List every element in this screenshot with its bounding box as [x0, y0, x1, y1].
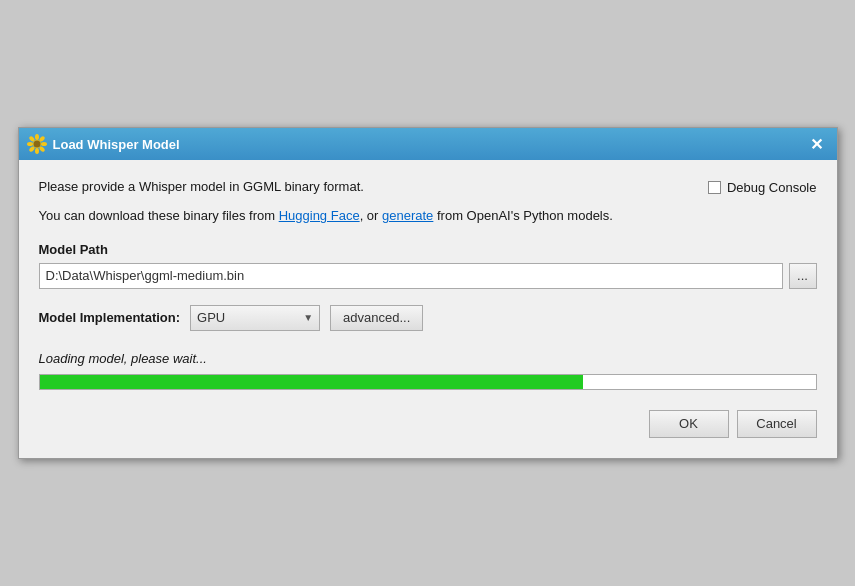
description-text: Please provide a Whisper model in GGML b…: [39, 178, 364, 196]
button-row: OK Cancel: [39, 410, 817, 442]
advanced-button[interactable]: advanced...: [330, 305, 423, 331]
impl-label: Model Implementation:: [39, 310, 181, 325]
status-text: Loading model, please wait...: [39, 351, 817, 366]
svg-point-3: [27, 142, 33, 146]
app-icon: [27, 134, 47, 154]
debug-console-label: Debug Console: [727, 180, 817, 195]
path-row: ...: [39, 263, 817, 289]
svg-point-9: [33, 141, 40, 148]
generate-link[interactable]: generate: [382, 208, 433, 223]
progress-bar-container: [39, 374, 817, 390]
impl-dropdown[interactable]: GPU ▼: [190, 305, 320, 331]
close-button[interactable]: ✕: [805, 132, 829, 156]
impl-row: Model Implementation: GPU ▼ advanced...: [39, 305, 817, 331]
dialog-window: Load Whisper Model ✕ Please provide a Wh…: [18, 127, 838, 459]
dialog-body: Please provide a Whisper model in GGML b…: [19, 160, 837, 458]
svg-point-1: [35, 134, 39, 140]
model-path-input[interactable]: [39, 263, 783, 289]
model-path-label: Model Path: [39, 242, 817, 257]
ok-button[interactable]: OK: [649, 410, 729, 438]
debug-console-checkbox[interactable]: [708, 181, 721, 194]
download-separator: , or: [360, 208, 382, 223]
description-row: Please provide a Whisper model in GGML b…: [39, 178, 817, 196]
dropdown-arrow-icon: ▼: [303, 312, 313, 323]
progress-bar-fill: [40, 375, 583, 389]
hugging-face-link[interactable]: Hugging Face: [279, 208, 360, 223]
download-prefix: You can download these binary files from: [39, 208, 279, 223]
download-info: You can download these binary files from…: [39, 206, 817, 226]
debug-console-group: Debug Console: [708, 178, 817, 195]
browse-button[interactable]: ...: [789, 263, 817, 289]
title-bar: Load Whisper Model ✕: [19, 128, 837, 160]
dialog-title: Load Whisper Model: [53, 137, 805, 152]
download-suffix: from OpenAI's Python models.: [433, 208, 613, 223]
cancel-button[interactable]: Cancel: [737, 410, 817, 438]
svg-point-4: [41, 142, 47, 146]
svg-point-2: [35, 148, 39, 154]
impl-selected-value: GPU: [197, 310, 225, 325]
